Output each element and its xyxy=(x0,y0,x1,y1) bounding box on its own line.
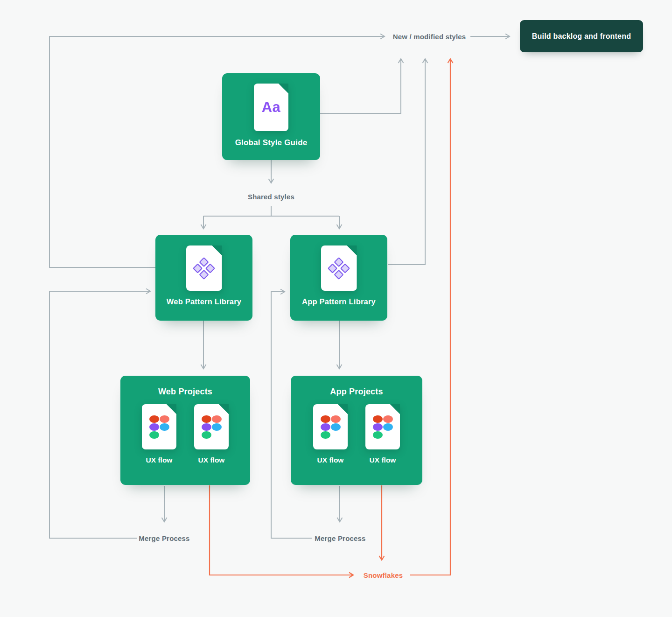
pattern-document-icon xyxy=(321,245,357,291)
text-style-document-icon: Aa xyxy=(254,84,288,131)
figma-document-icon xyxy=(365,404,400,449)
page-fold xyxy=(219,404,229,414)
edge-label-merge-process-web: Merge Process xyxy=(139,534,189,542)
page-fold xyxy=(347,245,357,255)
edge-web-uxflow-to-snowflakes xyxy=(210,485,353,575)
figma-document-icon xyxy=(142,404,176,449)
node-label: Global Style Guide xyxy=(235,138,308,147)
page-fold xyxy=(338,404,348,414)
ux-flow-doc: UX flow xyxy=(194,404,229,464)
edge-label-shared-styles: Shared styles xyxy=(248,193,294,201)
edge-label-merge-process-app: Merge Process xyxy=(315,534,365,542)
edge-label-snowflakes: Snowflakes xyxy=(364,571,403,579)
doc-label: UX flow xyxy=(317,456,344,464)
node-global-style-guide[interactable]: Aa Global Style Guide xyxy=(222,73,320,160)
pattern-document-icon xyxy=(186,245,222,291)
node-title: Web Projects xyxy=(158,387,212,397)
doc-label: UX flow xyxy=(198,456,225,464)
doc-label: UX flow xyxy=(146,456,173,464)
node-app-pattern-library[interactable]: App Pattern Library xyxy=(290,235,387,321)
node-web-projects[interactable]: Web Projects UX flow xyxy=(120,376,250,485)
node-web-pattern-library[interactable]: Web Pattern Library xyxy=(155,235,252,321)
edge-snowflakes-up xyxy=(410,59,450,575)
node-app-projects[interactable]: App Projects UX flow xyxy=(291,376,422,485)
figma-document-icon xyxy=(313,404,348,449)
node-title: App Projects xyxy=(330,387,383,397)
figma-logo-icon xyxy=(149,415,169,439)
edge-web-pattern-to-new-styles xyxy=(49,36,385,267)
node-label: Web Pattern Library xyxy=(167,297,241,306)
page-fold xyxy=(390,404,400,414)
ux-flow-doc: UX flow xyxy=(313,404,348,464)
edge-global-style-guide-up xyxy=(320,59,401,113)
page-fold xyxy=(279,84,288,93)
figma-logo-icon xyxy=(373,415,393,439)
figma-logo-icon xyxy=(321,415,341,439)
diamond-cluster-icon xyxy=(328,257,350,279)
page-fold xyxy=(167,404,176,414)
figma-document-icon xyxy=(194,404,229,449)
design-system-flow-diagram: Aa Global Style Guide Web Pattern Librar… xyxy=(0,0,672,617)
aa-glyph: Aa xyxy=(262,99,281,116)
doc-label: UX flow xyxy=(370,456,396,464)
figma-logo-icon xyxy=(202,415,222,439)
node-build-backlog[interactable]: Build backlog and frontend xyxy=(520,20,643,52)
node-label: Build backlog and frontend xyxy=(532,32,631,41)
ux-flow-doc: UX flow xyxy=(365,404,400,464)
node-label: App Pattern Library xyxy=(302,297,376,306)
diamond-cluster-icon xyxy=(193,257,215,279)
edge-app-pattern-library-up xyxy=(388,59,425,265)
edge-label-new-modified-styles: New / modified styles xyxy=(393,33,466,41)
ux-flow-doc: UX flow xyxy=(142,404,176,464)
page-fold xyxy=(212,245,222,255)
